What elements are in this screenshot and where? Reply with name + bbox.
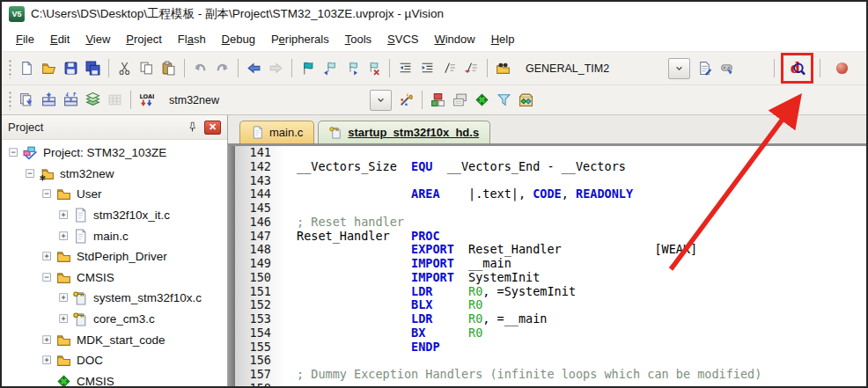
build-button[interactable] [38, 89, 60, 111]
tree-item-user[interactable]: User [2, 184, 227, 205]
code-line-154[interactable]: 154 BX R0 [235, 326, 866, 340]
expand-toggle-icon[interactable] [42, 335, 52, 345]
paste-button[interactable] [158, 57, 180, 79]
toolbar-grip[interactable] [8, 59, 12, 78]
find-in-files-button[interactable] [492, 57, 514, 79]
comment-button[interactable] [438, 57, 460, 79]
rebuild-button[interactable] [60, 89, 82, 111]
options-target-button[interactable] [395, 89, 417, 111]
pin-button[interactable] [184, 120, 200, 135]
close-panel-button[interactable]: ✕ [204, 121, 221, 135]
tree-item-stdperiph-driver[interactable]: StdPeriph_Driver [2, 246, 227, 267]
tree-item-doc[interactable]: DOC [2, 350, 227, 371]
search-combo[interactable]: GENERAL_TIM2 [518, 58, 690, 79]
stop-build-button[interactable] [104, 89, 126, 111]
expand-toggle-icon[interactable] [59, 314, 69, 324]
expand-toggle-icon[interactable] [59, 210, 69, 220]
code-line-156[interactable]: 156 [235, 354, 866, 368]
menu-tools[interactable]: Tools [337, 29, 379, 49]
code-line-148[interactable]: 148 EXPORT Reset_Handler [WEAK] [235, 243, 866, 257]
tree-item-cmsis[interactable]: CMSIS [2, 371, 227, 388]
menu-debug[interactable]: Debug [214, 29, 263, 49]
menu-svcs[interactable]: SVCS [379, 29, 426, 49]
tab-main-c[interactable]: main.c [239, 121, 314, 143]
breakpoint-button[interactable] [831, 57, 853, 79]
menu-window[interactable]: Window [426, 29, 482, 49]
tree-item-main-c[interactable]: main.c [2, 225, 227, 246]
expand-toggle-icon[interactable] [59, 231, 69, 241]
manage-items-button[interactable] [427, 89, 449, 111]
code-line-145[interactable]: 145 [235, 201, 866, 216]
uncomment-button[interactable] [460, 57, 482, 79]
save-all-button[interactable] [82, 57, 104, 79]
code-line-151[interactable]: 151 LDR R0, =SystemInit [235, 285, 866, 299]
code-line-142[interactable]: 142__Vectors_Size EQU __Vectors_End - __… [235, 160, 866, 174]
indent-button[interactable] [416, 57, 438, 79]
nav-back-button[interactable] [243, 57, 265, 79]
open-folder-button[interactable] [38, 57, 60, 79]
nav-forward-button[interactable] [265, 57, 287, 79]
code-line-150[interactable]: 150 IMPORT SystemInit [235, 271, 866, 285]
expand-toggle-icon[interactable] [42, 355, 52, 365]
outdent-button[interactable] [394, 57, 416, 79]
menu-help[interactable]: Help [483, 29, 523, 49]
menu-view[interactable]: View [77, 29, 118, 49]
code-line-147[interactable]: 147Reset_Handler PROC [235, 230, 866, 244]
code-editor[interactable]: 141142__Vectors_Size EQU __Vectors_End -… [235, 146, 866, 388]
undo-button[interactable] [189, 57, 211, 79]
code-line-141[interactable]: 141 [235, 146, 866, 160]
toolbar-grip[interactable] [8, 91, 12, 110]
find-next-button[interactable] [694, 57, 716, 79]
tree-item-stm32new[interactable]: stm32new [2, 164, 227, 185]
rebuild-icon [63, 92, 78, 107]
expand-toggle-icon[interactable] [42, 252, 52, 261]
collapse-toggle-icon[interactable] [42, 273, 52, 282]
tree-item-cmsis[interactable]: CMSIS [2, 267, 227, 289]
code-line-143[interactable]: 143 [235, 174, 866, 188]
code-line-149[interactable]: 149 IMPORT __main [235, 257, 866, 271]
translate-button[interactable] [16, 89, 38, 111]
target-combo-dropdown-button[interactable] [370, 90, 392, 111]
menu-file[interactable]: File [8, 29, 42, 49]
collapse-toggle-icon[interactable] [26, 169, 35, 179]
cut-button[interactable] [114, 57, 136, 79]
code-line-153[interactable]: 153 LDR R0, =__main [235, 312, 866, 326]
pack-installer-button[interactable] [515, 89, 537, 111]
bookmark-button[interactable] [297, 57, 319, 79]
tab-startup-stm32f10x-hd-s[interactable]: startup_stm32f10x_hd.s [318, 121, 490, 143]
menu-peripherals[interactable]: Peripherals [263, 29, 337, 49]
menu-edit[interactable]: Edit [42, 29, 77, 49]
search-combo-dropdown-button[interactable] [668, 58, 690, 79]
load-button[interactable]: LOAD [136, 89, 158, 111]
expand-toggle-icon[interactable] [59, 293, 69, 303]
tree-item-core-cm3-c[interactable]: core_cm3.c [2, 309, 227, 330]
save-button[interactable] [60, 57, 82, 79]
goto-def-button[interactable] [716, 57, 738, 79]
bookmark-prev-button[interactable] [319, 57, 341, 79]
bookmark-next-button[interactable] [341, 57, 363, 79]
redo-button[interactable] [211, 57, 233, 79]
code-line-157[interactable]: 157; Dummy Exception Handlers (infinite … [235, 368, 866, 382]
debug-session-button[interactable]: d [786, 57, 808, 79]
code-line-146[interactable]: 146; Reset handler [235, 216, 866, 230]
code-line-158[interactable]: 158 [235, 382, 866, 388]
select-packs-button[interactable] [493, 89, 515, 111]
tree-item-mdk-start-code[interactable]: MDK_start_code [2, 329, 227, 350]
menu-flash[interactable]: Flash [170, 29, 214, 49]
bookmark-clear-button[interactable] [363, 57, 385, 79]
new-file-button[interactable] [16, 57, 38, 79]
target-combo[interactable]: stm32new [161, 90, 392, 111]
copy-button[interactable] [136, 57, 158, 79]
code-line-144[interactable]: 144 AREA |.text|, CODE, READONLY [235, 187, 866, 201]
collapse-toggle-icon[interactable] [9, 148, 18, 157]
tree-item-stm32f10x-it-c[interactable]: stm32f10x_it.c [2, 205, 227, 226]
batch-build-button[interactable] [82, 89, 104, 111]
code-line-155[interactable]: 155 ENDP [235, 340, 866, 355]
file-extensions-button[interactable] [449, 89, 471, 111]
code-line-152[interactable]: 152 BLX R0 [235, 298, 866, 312]
tree-item-system-stm32f10x-c[interactable]: system_stm32f10x.c [2, 288, 227, 309]
manage-rte-button[interactable] [471, 89, 493, 111]
tree-item-project-stm32-103ze[interactable]: Project: STM32_103ZE [2, 143, 227, 164]
menu-project[interactable]: Project [118, 29, 169, 49]
collapse-toggle-icon[interactable] [42, 189, 52, 199]
